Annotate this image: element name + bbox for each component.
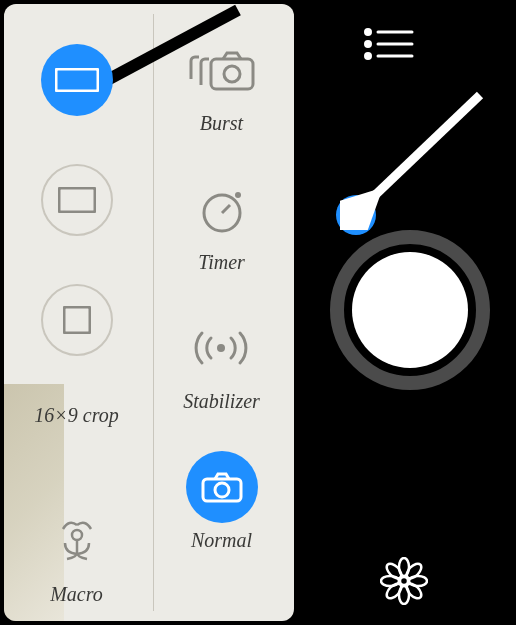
mode-normal-option[interactable]: Normal [186,451,258,552]
mode-burst-option[interactable]: Burst [186,34,258,135]
aspect-square-option[interactable] [41,284,113,356]
stabilizer-label: Stabilizer [183,390,260,413]
mode-stabilizer-option[interactable]: Stabilizer [183,312,260,413]
svg-rect-4 [211,59,253,89]
macro-label: Macro [50,583,103,606]
close-options-button[interactable] [336,195,376,235]
camera-control-strip [296,0,516,625]
svg-point-11 [366,30,371,35]
shutter-inner [352,252,468,368]
gallery-button[interactable] [380,557,428,609]
svg-point-22 [384,561,404,581]
aspect-ratio-column: 16×9 crop Macro [4,4,149,621]
svg-point-23 [404,561,424,581]
burst-icon [186,34,258,106]
aspect-wide-icon [41,44,113,116]
menu-button[interactable] [364,28,414,64]
svg-point-24 [384,581,404,601]
shutter-ring [330,230,490,390]
mode-timer-option[interactable]: Timer [186,173,258,274]
svg-rect-1 [59,188,95,212]
mode-macro-option[interactable]: Macro [41,505,113,606]
camera-options-panel: 16×9 crop Macro [4,4,294,621]
stabilizer-icon [185,312,257,384]
svg-point-15 [366,54,371,59]
svg-point-13 [366,42,371,47]
shutter-button[interactable] [330,230,490,390]
svg-point-8 [217,344,225,352]
aspect-wide-option[interactable] [41,44,113,116]
svg-point-10 [215,483,229,497]
aspect-standard-option[interactable] [41,164,113,236]
burst-label: Burst [200,112,243,135]
flower-icon [380,557,428,605]
svg-rect-0 [56,69,98,91]
close-icon [347,206,365,224]
normal-label: Normal [191,529,252,552]
macro-icon [41,505,113,577]
aspect-square-icon [41,284,113,356]
aspect-standard-icon [41,164,113,236]
timer-label: Timer [198,251,245,274]
svg-point-7 [235,192,241,198]
capture-mode-column: Burst Timer St [149,4,294,621]
timer-icon [186,173,258,245]
svg-point-25 [404,581,424,601]
svg-point-3 [72,530,82,540]
aspect-crop-label: 16×9 crop [34,404,118,427]
svg-rect-2 [64,307,90,333]
svg-point-5 [224,66,240,82]
normal-icon [186,451,258,523]
